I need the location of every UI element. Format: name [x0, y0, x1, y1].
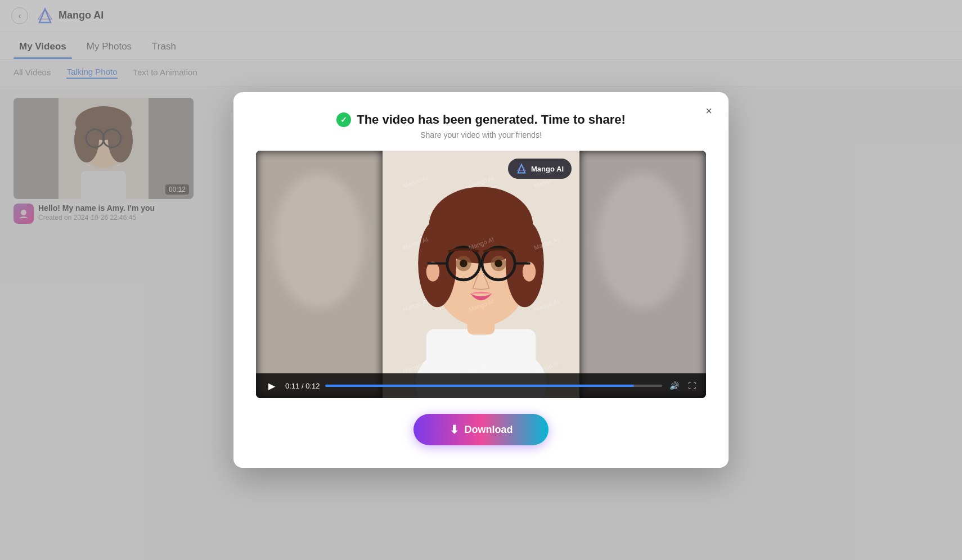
video-progress-fill — [325, 385, 634, 387]
modal-subtitle: Share your video with your friends! — [256, 130, 706, 139]
svg-point-35 — [495, 260, 502, 268]
badge-text: Mango AI — [531, 165, 564, 173]
volume-button[interactable]: 🔊 — [668, 380, 680, 392]
badge-logo-icon — [516, 163, 527, 174]
video-player[interactable]: Mango AI Mango AI Mango AI Mango AI Mang… — [256, 151, 706, 398]
svg-point-34 — [460, 260, 467, 268]
blur-left-panel — [256, 151, 383, 398]
video-controls: ▶ 0:11 / 0:12 🔊 ⛶ — [256, 373, 706, 398]
modal-close-button[interactable]: × — [700, 102, 717, 119]
play-button[interactable]: ▶ — [264, 378, 280, 394]
blur-left-image — [256, 151, 383, 398]
download-icon: ⬇ — [449, 423, 459, 436]
blur-right-image — [579, 151, 706, 398]
svg-point-25 — [426, 262, 439, 282]
video-portrait-svg — [383, 151, 579, 398]
volume-icon: 🔊 — [669, 381, 679, 390]
modal-title-row: ✓ The video has been generated. Time to … — [256, 112, 706, 127]
video-progress-bar[interactable] — [325, 385, 662, 387]
modal-title: The video has been generated. Time to sh… — [357, 112, 626, 127]
svg-marker-36 — [518, 165, 525, 173]
download-label: Download — [465, 424, 513, 436]
video-time-display: 0:11 / 0:12 — [285, 382, 320, 390]
fullscreen-icon: ⛶ — [688, 381, 696, 390]
svg-point-39 — [597, 173, 687, 308]
video-center: Mango AI Mango AI Mango AI Mango AI Mang… — [383, 151, 579, 398]
fullscreen-button[interactable]: ⛶ — [686, 380, 698, 392]
svg-point-26 — [523, 262, 536, 282]
video-content: Mango AI Mango AI Mango AI Mango AI Mang… — [256, 151, 706, 398]
mango-ai-video-badge: Mango AI — [508, 159, 572, 179]
download-button[interactable]: ⬇ Download — [413, 414, 549, 445]
portrait-container — [383, 151, 579, 398]
success-icon: ✓ — [336, 112, 351, 127]
modal-header: ✓ The video has been generated. Time to … — [256, 112, 706, 139]
play-icon: ▶ — [268, 381, 275, 391]
share-modal: × ✓ The video has been generated. Time t… — [233, 92, 729, 468]
svg-point-16 — [274, 173, 364, 308]
blur-right-panel — [579, 151, 706, 398]
modal-overlay: × ✓ The video has been generated. Time t… — [0, 0, 962, 560]
